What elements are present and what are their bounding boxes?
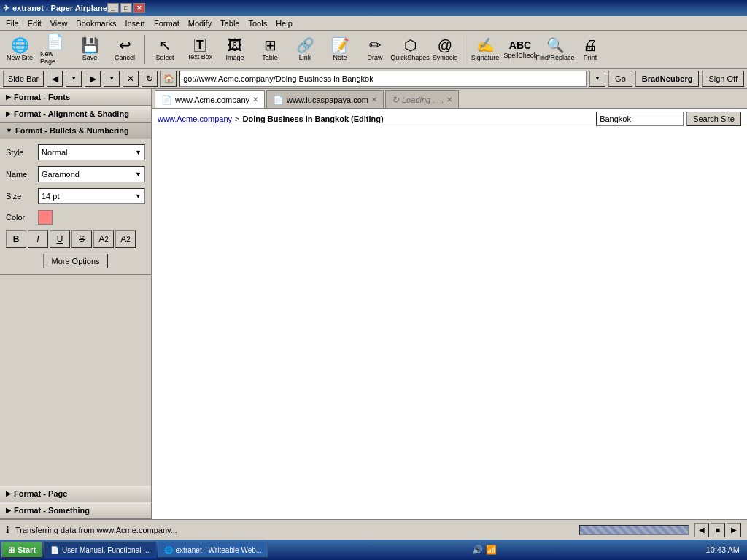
minimize-button[interactable]: _ bbox=[107, 3, 119, 13]
menu-view[interactable]: View bbox=[46, 18, 72, 29]
format-alignment-header[interactable]: ▶ Format - Alignment & Shading bbox=[0, 106, 151, 122]
sidebar-button[interactable]: Side Bar bbox=[3, 71, 44, 87]
tab-acme-label: www.Acme.company bbox=[175, 96, 249, 104]
format-something-header[interactable]: ▶ Format - Something bbox=[0, 502, 151, 518]
format-page-label: Format - Page bbox=[14, 489, 67, 498]
name-value: Garamond bbox=[42, 170, 80, 179]
new-site-button[interactable]: 🌐 New Site bbox=[3, 33, 36, 66]
draw-button[interactable]: ✏ Draw bbox=[358, 33, 392, 66]
name-select-arrow: ▼ bbox=[135, 171, 142, 178]
note-button[interactable]: 📝 Note bbox=[323, 33, 357, 66]
color-swatch[interactable] bbox=[38, 210, 53, 225]
tab-loading[interactable]: ↻ Loading . . . ✕ bbox=[385, 90, 460, 108]
strikethrough-button[interactable]: S bbox=[71, 230, 92, 248]
signature-label: Signature bbox=[471, 54, 500, 61]
dropdown-button[interactable]: ▼ bbox=[66, 71, 82, 87]
save-button[interactable]: 💾 Save bbox=[73, 33, 107, 66]
search-input[interactable] bbox=[596, 112, 684, 126]
sidebar-section-alignment: ▶ Format - Alignment & Shading bbox=[0, 106, 151, 122]
url-bar[interactable] bbox=[179, 71, 587, 87]
image-button[interactable]: 🖼 Image bbox=[218, 33, 252, 66]
tab-lucas-close[interactable]: ✕ bbox=[371, 96, 377, 104]
go-button[interactable]: Go bbox=[608, 71, 632, 87]
find-replace-label: Find/Replace bbox=[535, 54, 574, 61]
name-select[interactable]: Garamond ▼ bbox=[38, 166, 145, 182]
image-icon: 🖼 bbox=[228, 38, 242, 52]
menu-table[interactable]: Table bbox=[216, 18, 244, 29]
alignment-arrow-icon: ▶ bbox=[6, 110, 11, 117]
tab-loading-close[interactable]: ✕ bbox=[446, 96, 452, 104]
titlebar-icon: ✈ bbox=[3, 4, 9, 13]
table-button[interactable]: ⊞ Table bbox=[253, 33, 287, 66]
url-dropdown[interactable]: ▼ bbox=[589, 71, 605, 87]
forward-dropdown[interactable]: ▼ bbox=[104, 71, 120, 87]
signoff-button[interactable]: Sign Off bbox=[702, 71, 744, 87]
link-button[interactable]: 🔗 Link bbox=[288, 33, 322, 66]
breadcrumb-link[interactable]: www.Acme.company bbox=[158, 114, 232, 123]
cancel-button[interactable]: ↩ Cancel bbox=[108, 33, 142, 66]
underline-button[interactable]: U bbox=[50, 230, 70, 248]
sidebar-section-bullets: ▼ Format - Bullets & Numbering Style Nor… bbox=[0, 122, 151, 275]
note-label: Note bbox=[333, 54, 347, 61]
home-button[interactable]: 🏠 bbox=[160, 71, 177, 87]
search-button[interactable]: Search Site bbox=[686, 112, 741, 126]
spellcheck-button[interactable]: ABC SpellCheck bbox=[503, 33, 537, 66]
menu-format[interactable]: Format bbox=[150, 18, 184, 29]
content-area: 📄 www.Acme.company ✕ 📄 www.lucaspapaya.c… bbox=[152, 89, 747, 519]
format-page-header[interactable]: ▶ Format - Page bbox=[0, 486, 151, 502]
menu-insert[interactable]: Insert bbox=[120, 18, 150, 29]
quickshapes-button[interactable]: ⬡ QuickShapes bbox=[393, 33, 427, 66]
close-button[interactable]: ✕ bbox=[133, 3, 145, 13]
format-bullets-header[interactable]: ▼ Format - Bullets & Numbering bbox=[0, 122, 151, 139]
stop-button[interactable]: ✕ bbox=[123, 71, 139, 87]
subscript-button[interactable]: A2 bbox=[115, 230, 136, 248]
taskbar-item-1[interactable]: 📄 User Manual, Functional ... bbox=[44, 542, 156, 558]
bold-button[interactable]: B bbox=[6, 230, 26, 248]
signature-button[interactable]: ✍ Signature bbox=[468, 33, 502, 66]
statusbar-text: Transferring data from www.Acme.company.… bbox=[15, 526, 177, 534]
size-select[interactable]: 14 pt ▼ bbox=[38, 188, 145, 204]
back-button[interactable]: ◀ bbox=[47, 71, 63, 87]
draw-label: Draw bbox=[367, 54, 382, 61]
refresh-button[interactable]: ↻ bbox=[142, 71, 158, 87]
format-fonts-header[interactable]: ▶ Format - Fonts bbox=[0, 89, 151, 105]
maximize-button[interactable]: □ bbox=[120, 3, 132, 13]
windows-icon: ⊞ bbox=[8, 545, 15, 555]
tab-lucas[interactable]: 📄 www.lucaspapaya.com ✕ bbox=[266, 90, 384, 108]
tab-lucas-label: www.lucaspapaya.com bbox=[287, 96, 368, 104]
menu-file[interactable]: File bbox=[1, 18, 23, 29]
select-button[interactable]: ↖ Select bbox=[148, 33, 182, 66]
menu-edit[interactable]: Edit bbox=[23, 18, 46, 29]
quickshapes-icon: ⬡ bbox=[404, 38, 417, 52]
taskbar: ⊞ Start 📄 User Manual, Functional ... 🌐 … bbox=[0, 540, 747, 560]
main-area: ▶ Format - Fonts ▶ Format - Alignment & … bbox=[0, 89, 747, 519]
italic-button[interactable]: I bbox=[28, 230, 48, 248]
start-button[interactable]: ⊞ Start bbox=[1, 542, 42, 558]
text-box-button[interactable]: T Text Box bbox=[183, 33, 217, 66]
status-btn-3[interactable]: ▶ bbox=[727, 523, 741, 537]
status-btn-2[interactable]: ■ bbox=[711, 523, 725, 537]
menu-help[interactable]: Help bbox=[271, 18, 297, 29]
forward-button[interactable]: ▶ bbox=[85, 71, 101, 87]
style-select[interactable]: Normal ▼ bbox=[38, 144, 145, 160]
symbols-icon: @ bbox=[438, 38, 452, 52]
taskbar-item-2[interactable]: 🌐 extranet - Writeable Web... bbox=[158, 542, 269, 558]
tab-acme[interactable]: 📄 www.Acme.company ✕ bbox=[155, 90, 265, 108]
draw-icon: ✏ bbox=[369, 38, 382, 52]
find-replace-button[interactable]: 🔍 Find/Replace bbox=[538, 33, 572, 66]
new-site-label: New Site bbox=[7, 54, 33, 61]
menu-modify[interactable]: Modify bbox=[184, 18, 216, 29]
new-site-icon: 🌐 bbox=[11, 38, 29, 52]
breadcrumb-separator: > bbox=[235, 114, 239, 123]
statusbar: ℹ Transferring data from www.Acme.compan… bbox=[0, 519, 747, 540]
status-btn-1[interactable]: ◀ bbox=[694, 523, 709, 537]
user-button[interactable]: BradNeuberg bbox=[635, 71, 700, 87]
symbols-button[interactable]: @ Symbols bbox=[428, 33, 462, 66]
print-button[interactable]: 🖨 Print bbox=[573, 33, 607, 66]
tab-acme-close[interactable]: ✕ bbox=[252, 96, 258, 104]
superscript-button[interactable]: A2 bbox=[93, 230, 114, 248]
more-options-button[interactable]: More Options bbox=[43, 254, 107, 268]
menu-bookmarks[interactable]: Bookmarks bbox=[71, 18, 120, 29]
new-page-button[interactable]: 📄 New Page bbox=[38, 33, 71, 66]
menu-tools[interactable]: Tools bbox=[244, 18, 271, 29]
